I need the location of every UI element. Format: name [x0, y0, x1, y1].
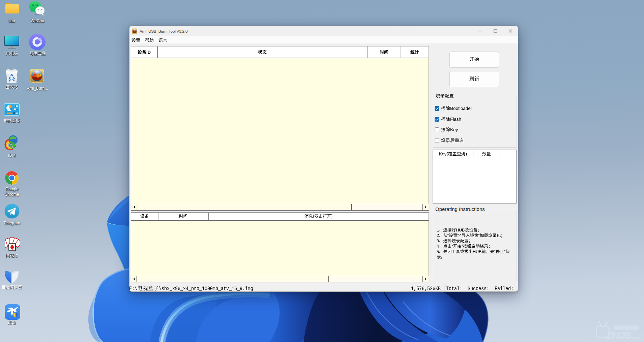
svg-text:ZNDS: ZNDS: [606, 330, 631, 341]
svg-text:.com: .com: [631, 335, 640, 340]
